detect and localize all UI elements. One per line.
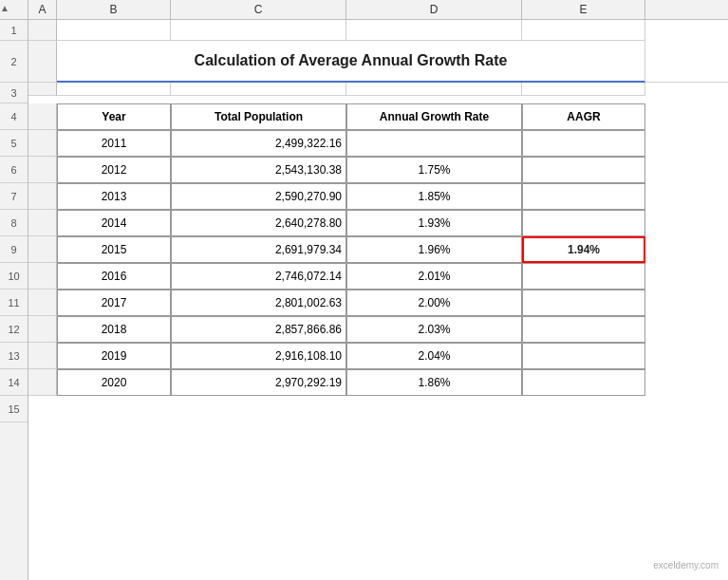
cell-e1[interactable] bbox=[522, 20, 645, 41]
cell-c12[interactable]: 2,857,866.86 bbox=[171, 316, 346, 343]
row-num-7: 7 bbox=[0, 183, 28, 210]
cell-a12[interactable] bbox=[28, 316, 57, 343]
cell-a9[interactable] bbox=[28, 236, 57, 263]
cell-d6[interactable]: 1.75% bbox=[346, 157, 522, 183]
row-num-12: 12 bbox=[0, 316, 28, 343]
row-14: 2020 2,970,292.19 1.86% bbox=[28, 369, 728, 396]
row-8: 2014 2,640,278.80 1.93% bbox=[28, 210, 728, 236]
row-num-2: 2 bbox=[0, 41, 28, 83]
cell-b10[interactable]: 2016 bbox=[57, 263, 171, 290]
cell-d9[interactable]: 1.96% bbox=[346, 236, 522, 263]
cell-e11[interactable] bbox=[522, 290, 645, 316]
watermark: exceldemy.com bbox=[653, 560, 719, 571]
cell-d11[interactable]: 2.00% bbox=[346, 290, 522, 316]
col-header-e[interactable]: E bbox=[522, 0, 645, 19]
row-4: Year Total Population Annual Growth Rate… bbox=[28, 103, 728, 130]
cell-e4-header[interactable]: AAGR bbox=[522, 103, 645, 130]
cell-e10[interactable] bbox=[522, 263, 645, 290]
cell-d8[interactable]: 1.93% bbox=[346, 210, 522, 236]
cell-d10[interactable]: 2.01% bbox=[346, 263, 522, 290]
cell-b6[interactable]: 2012 bbox=[57, 157, 171, 183]
cell-b8[interactable]: 2014 bbox=[57, 210, 171, 236]
cell-b9[interactable]: 2015 bbox=[57, 236, 171, 263]
cell-a6[interactable] bbox=[28, 157, 57, 183]
cell-a10[interactable] bbox=[28, 263, 57, 290]
cell-e13[interactable] bbox=[522, 343, 645, 369]
cell-b5[interactable]: 2011 bbox=[57, 130, 171, 157]
col-header-c[interactable]: C bbox=[171, 0, 346, 19]
cell-d5[interactable] bbox=[346, 130, 522, 157]
row-num-15: 15 bbox=[0, 396, 28, 422]
col-header-d[interactable]: D bbox=[346, 0, 522, 19]
growth-rate-header: Annual Growth Rate bbox=[380, 110, 489, 123]
cell-b11[interactable]: 2017 bbox=[57, 290, 171, 316]
cell-a1[interactable] bbox=[28, 20, 57, 41]
cell-a7[interactable] bbox=[28, 183, 57, 210]
cell-b4-header[interactable]: Year bbox=[57, 103, 171, 130]
cell-c6[interactable]: 2,543,130.38 bbox=[171, 157, 346, 183]
row-num-6: 6 bbox=[0, 157, 28, 183]
population-header: Total Population bbox=[215, 110, 303, 123]
cell-e7[interactable] bbox=[522, 183, 645, 210]
spreadsheet: ▲ A B C D E 1 2 3 4 5 6 7 8 9 10 11 12 1… bbox=[0, 0, 728, 580]
cell-a3[interactable] bbox=[28, 83, 57, 96]
cell-a11[interactable] bbox=[28, 290, 57, 316]
cell-a8[interactable] bbox=[28, 210, 57, 236]
cell-a4[interactable] bbox=[28, 103, 57, 130]
cell-e3[interactable] bbox=[522, 83, 645, 96]
row-num-3: 3 bbox=[0, 83, 28, 103]
cell-d7[interactable]: 1.85% bbox=[346, 183, 522, 210]
cell-d4-header[interactable]: Annual Growth Rate bbox=[346, 103, 522, 130]
cell-e14[interactable] bbox=[522, 369, 645, 396]
row-num-14: 14 bbox=[0, 369, 28, 396]
cell-d12[interactable]: 2.03% bbox=[346, 316, 522, 343]
cell-b7[interactable]: 2013 bbox=[57, 183, 171, 210]
cell-c8[interactable]: 2,640,278.80 bbox=[171, 210, 346, 236]
cell-c4-header[interactable]: Total Population bbox=[171, 103, 346, 130]
row-num-13: 13 bbox=[0, 343, 28, 369]
cell-c9[interactable]: 2,691,979.34 bbox=[171, 236, 346, 263]
cell-c14[interactable]: 2,970,292.19 bbox=[171, 369, 346, 396]
cell-d14[interactable]: 1.86% bbox=[346, 369, 522, 396]
col-header-b[interactable]: B bbox=[57, 0, 171, 19]
cell-b12[interactable]: 2018 bbox=[57, 316, 171, 343]
cell-d1[interactable] bbox=[346, 20, 522, 41]
cell-e12[interactable] bbox=[522, 316, 645, 343]
cell-c10[interactable]: 2,746,072.14 bbox=[171, 263, 346, 290]
cell-e5[interactable] bbox=[522, 130, 645, 157]
cell-c1[interactable] bbox=[171, 20, 346, 41]
cell-a5[interactable] bbox=[28, 130, 57, 157]
cell-d3[interactable] bbox=[346, 83, 522, 96]
row-num-5: 5 bbox=[0, 130, 28, 157]
cell-b14[interactable]: 2020 bbox=[57, 369, 171, 396]
spreadsheet-body: 1 2 3 4 5 6 7 8 9 10 11 12 13 14 15 bbox=[0, 20, 728, 580]
cell-d13[interactable]: 2.04% bbox=[346, 343, 522, 369]
cell-c5[interactable]: 2,499,322.16 bbox=[171, 130, 346, 157]
year-header: Year bbox=[102, 110, 125, 123]
row-7: 2013 2,590,270.90 1.85% bbox=[28, 183, 728, 210]
cell-e9-aagr[interactable]: 1.94% bbox=[522, 236, 645, 263]
cell-a13[interactable] bbox=[28, 343, 57, 369]
data-area: Calculation of Average Annual Growth Rat… bbox=[28, 20, 728, 580]
row-num-11: 11 bbox=[0, 290, 28, 316]
row-9: 2015 2,691,979.34 1.96% 1.94% bbox=[28, 236, 728, 263]
cell-a14[interactable] bbox=[28, 369, 57, 396]
cell-c7[interactable]: 2,590,270.90 bbox=[171, 183, 346, 210]
row-2: Calculation of Average Annual Growth Rat… bbox=[28, 41, 728, 83]
cell-b3[interactable] bbox=[57, 83, 171, 96]
cell-c11[interactable]: 2,801,002.63 bbox=[171, 290, 346, 316]
row-10: 2016 2,746,072.14 2.01% bbox=[28, 263, 728, 290]
cell-b1[interactable] bbox=[57, 20, 171, 41]
cell-e8[interactable] bbox=[522, 210, 645, 236]
cell-e6[interactable] bbox=[522, 157, 645, 183]
col-header-a[interactable]: A bbox=[28, 0, 57, 19]
cell-c3[interactable] bbox=[171, 83, 346, 96]
row-6: 2012 2,543,130.38 1.75% bbox=[28, 157, 728, 183]
cell-a2[interactable] bbox=[28, 41, 57, 83]
row-numbers: 1 2 3 4 5 6 7 8 9 10 11 12 13 14 15 bbox=[0, 20, 28, 580]
row-11: 2017 2,801,002.63 2.00% bbox=[28, 290, 728, 316]
cell-c13[interactable]: 2,916,108.10 bbox=[171, 343, 346, 369]
cell-b13[interactable]: 2019 bbox=[57, 343, 171, 369]
row-num-8: 8 bbox=[0, 210, 28, 236]
row-5: 2011 2,499,322.16 bbox=[28, 130, 728, 157]
